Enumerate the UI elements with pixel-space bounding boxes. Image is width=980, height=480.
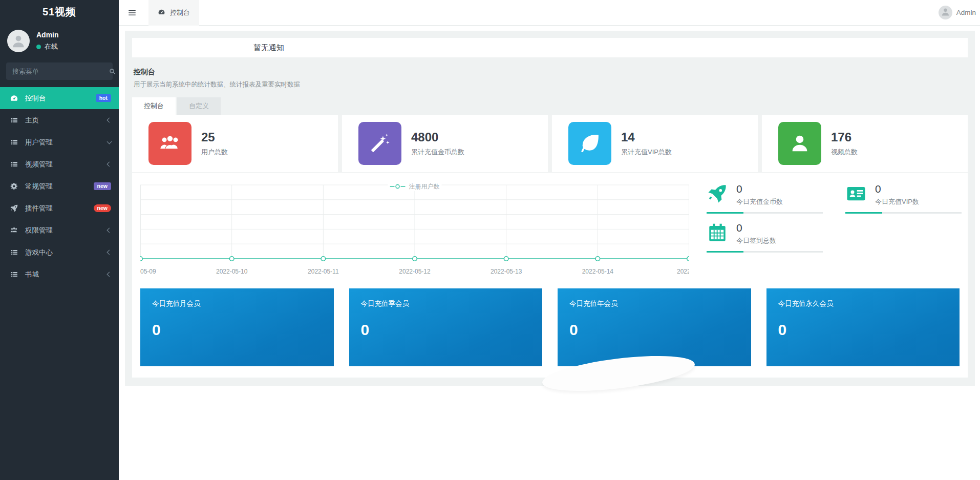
stat-cards-row: 25用户总数4800累计充值金币总数14累计充值VIP总数176视频总数 [132, 115, 968, 173]
topbar-tab-console[interactable]: 控制台 [148, 0, 199, 26]
sidebar: 51视频 Admin 在线 控制台hot主页用户管理视频管理常规管理new插件管… [0, 0, 119, 480]
mini-stat-underline [707, 251, 823, 253]
mini-stat-value: 0 [736, 222, 776, 234]
chevron-left-icon [107, 250, 112, 255]
sidebar-item-label: 插件管理 [25, 204, 94, 213]
mini-stat-label: 今日充值VIP数 [875, 197, 919, 206]
list-icon [10, 270, 19, 279]
x-axis-label: 2022-05-12 [399, 268, 430, 275]
sidebar-item-general[interactable]: 常规管理new [0, 175, 119, 197]
vip-card-value: 0 [361, 321, 531, 339]
mini-stat-2: 0今日签到总数 [707, 222, 823, 253]
mini-stats: 0今日充值金币数0今日充值VIP数0今日签到总数 [689, 182, 962, 275]
topbar-tab-label: 控制台 [170, 8, 190, 17]
chevron-left-icon [107, 118, 112, 123]
sidebar-item-permissions[interactable]: 权限管理 [0, 219, 119, 241]
chevron-left-icon [107, 228, 112, 233]
chevron-down-icon [107, 139, 112, 144]
sidebar-item-games[interactable]: 游戏中心 [0, 241, 119, 263]
stat-card-0: 25用户总数 [132, 115, 338, 172]
calendar-icon [707, 222, 728, 243]
mini-stat-label: 今日充值金币数 [736, 197, 783, 206]
notice-text: 暂无通知 [253, 43, 284, 52]
content-tabs: 控制台 自定义 [132, 97, 968, 115]
list-icon [10, 138, 19, 147]
x-axis-label: 2022-05-10 [216, 268, 247, 275]
x-axis-label: 2022-05 [677, 268, 689, 275]
notice-bar: 暂无通知 [132, 38, 968, 57]
page-title: 控制台 [134, 68, 966, 77]
chart-legend: 注册用户数 [388, 182, 442, 191]
sidebar-item-console[interactable]: 控制台hot [0, 87, 119, 109]
tab-custom[interactable]: 自定义 [177, 97, 221, 115]
leaf-icon [568, 122, 611, 165]
sidebar-item-label: 权限管理 [25, 226, 108, 235]
sidebar-menu: 控制台hot主页用户管理视频管理常规管理new插件管理new权限管理游戏中心书城 [0, 87, 119, 285]
registered-users-chart: 注册用户数 05-092022-05-102022-05-112022-05-1… [140, 182, 689, 275]
chevron-left-icon [107, 162, 112, 167]
users-icon [10, 226, 19, 235]
x-axis-label: 05-09 [140, 268, 156, 275]
user-icon [940, 7, 951, 19]
app-logo: 51视频 [0, 0, 119, 24]
mini-stat-1: 0今日充值VIP数 [845, 183, 962, 214]
stat-label: 视频总数 [831, 148, 858, 157]
list-icon [10, 160, 19, 169]
rocket-icon [707, 183, 728, 204]
topbar-user-menu[interactable]: Admin [939, 6, 980, 19]
page-header: 控制台 用于展示当前系统中的统计数据、统计报表及重要实时数据 [132, 64, 968, 90]
magic-wand-icon [358, 122, 401, 165]
vip-card-value: 0 [152, 321, 322, 339]
user-icon [10, 33, 27, 52]
sidebar-item-users[interactable]: 用户管理 [0, 131, 119, 153]
sidebar-item-books[interactable]: 书城 [0, 263, 119, 285]
stat-value: 25 [201, 130, 228, 144]
legend-label: 注册用户数 [409, 182, 440, 191]
topbar-user-name: Admin [956, 9, 976, 16]
user-panel: Admin 在线 [0, 24, 119, 54]
x-axis-label: 2022-05-14 [582, 268, 613, 275]
sidebar-item-videos[interactable]: 视频管理 [0, 153, 119, 175]
sidebar-item-label: 常规管理 [25, 182, 94, 191]
avatar [7, 30, 30, 52]
cogs-icon [10, 182, 19, 191]
sidebar-item-label: 游戏中心 [25, 248, 108, 257]
search-icon[interactable] [109, 62, 116, 80]
legend-marker-icon [390, 183, 406, 191]
vip-card-3: 今日充值永久会员0 [766, 288, 960, 366]
mini-stat-0: 0今日充值金币数 [707, 183, 823, 214]
vip-card-value: 0 [778, 321, 948, 339]
sidebar-item-label: 控制台 [25, 94, 96, 103]
vip-card-0: 今日充值月会员0 [140, 288, 334, 366]
x-axis-label: 2022-05-13 [491, 268, 522, 275]
user-name: Admin [36, 31, 59, 39]
stat-card-1: 4800累计充值金币总数 [342, 115, 548, 172]
chart-x-axis-labels: 05-092022-05-102022-05-112022-05-122022-… [140, 266, 689, 275]
mini-stat-value: 0 [736, 183, 783, 195]
menu-search [6, 62, 113, 80]
topbar-avatar [939, 6, 952, 19]
sidebar-item-plugins[interactable]: 插件管理new [0, 197, 119, 219]
stat-card-3: 176视频总数 [762, 115, 968, 172]
sidebar-item-label: 视频管理 [25, 160, 108, 169]
users-group-icon [148, 122, 191, 165]
tab-console[interactable]: 控制台 [132, 97, 176, 115]
sidebar-item-label: 用户管理 [25, 138, 108, 147]
stat-value: 14 [621, 130, 672, 144]
online-dot-icon [36, 45, 41, 49]
mini-stat-value: 0 [875, 183, 919, 195]
search-input[interactable] [6, 68, 109, 75]
mini-stat-underline [707, 212, 823, 214]
vip-card-title: 今日充值月会员 [152, 299, 322, 308]
sidebar-item-home[interactable]: 主页 [0, 109, 119, 131]
badge-hot: hot [96, 94, 111, 102]
vip-card-2: 今日充值年会员0 [558, 288, 751, 366]
chart-row: 注册用户数 05-092022-05-102022-05-112022-05-1… [132, 173, 968, 275]
line-chart-plot [140, 182, 689, 264]
content-panel: 暂无通知 控制台 用于展示当前系统中的统计数据、统计报表及重要实时数据 控制台 … [125, 31, 975, 386]
hamburger-icon[interactable] [119, 0, 145, 26]
user-icon [778, 122, 821, 165]
id-card-icon [845, 183, 867, 204]
stat-value: 176 [831, 130, 858, 144]
page-subtitle: 用于展示当前系统中的统计数据、统计报表及重要实时数据 [134, 80, 966, 89]
